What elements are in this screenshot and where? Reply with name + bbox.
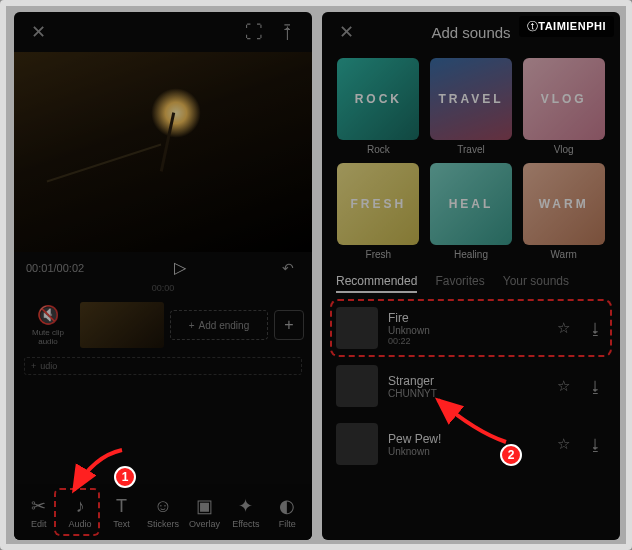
tool-filter[interactable]: ◐Filte bbox=[267, 495, 308, 529]
download-icon[interactable]: ⭳ bbox=[584, 378, 606, 395]
tool-effects[interactable]: ✦Effects bbox=[225, 495, 266, 529]
tab-your-sounds[interactable]: Your sounds bbox=[503, 274, 569, 293]
undo-icon[interactable]: ↶ bbox=[276, 260, 300, 276]
song-list: Fire Unknown 00:22 ☆ ⭳ Stranger CHUNNYT … bbox=[322, 299, 620, 473]
category-warm[interactable]: WARMWarm bbox=[521, 163, 606, 260]
export-icon[interactable]: ⭱ bbox=[276, 22, 300, 43]
song-artist: Unknown bbox=[388, 325, 542, 336]
song-name: Fire bbox=[388, 311, 542, 325]
favorite-icon[interactable]: ☆ bbox=[552, 319, 574, 337]
filter-icon: ◐ bbox=[267, 495, 308, 517]
favorite-icon[interactable]: ☆ bbox=[552, 435, 574, 453]
add-sounds-screen: ✕ Add sounds ROCKRock TRAVELTravel VLOGV… bbox=[322, 12, 620, 540]
video-clip[interactable] bbox=[80, 302, 164, 348]
song-name: Pew Pew! bbox=[388, 432, 542, 446]
text-icon: T bbox=[101, 496, 142, 517]
plus-icon: + bbox=[189, 320, 195, 331]
song-artwork bbox=[336, 423, 378, 465]
close-icon[interactable]: ✕ bbox=[334, 21, 358, 43]
music-note-icon: ♪ bbox=[59, 496, 100, 517]
category-rock[interactable]: ROCKRock bbox=[336, 58, 421, 155]
mute-icon: 🔇 bbox=[22, 304, 74, 326]
category-healing[interactable]: HEALHealing bbox=[429, 163, 514, 260]
song-row[interactable]: Pew Pew! Unknown ☆ ⭳ bbox=[332, 415, 610, 473]
tool-stickers[interactable]: ☺Stickers bbox=[142, 496, 183, 529]
timeline-ruler: 00:00 bbox=[14, 283, 312, 297]
song-artwork bbox=[336, 365, 378, 407]
mute-clip-button[interactable]: 🔇Mute clip audio bbox=[22, 304, 74, 346]
tab-favorites[interactable]: Favorites bbox=[435, 274, 484, 293]
video-preview[interactable] bbox=[14, 52, 312, 252]
add-ending-button[interactable]: +Add ending bbox=[170, 310, 268, 340]
play-button[interactable]: ▷ bbox=[174, 258, 186, 277]
callout-badge-1: 1 bbox=[114, 466, 136, 488]
watermark-logo: ⓣTAIMIENPHI bbox=[519, 16, 614, 37]
song-artwork bbox=[336, 307, 378, 349]
time-readout: 00:01/00:02 bbox=[26, 262, 84, 274]
category-vlog[interactable]: VLOGVlog bbox=[521, 58, 606, 155]
song-name: Stranger bbox=[388, 374, 542, 388]
fullscreen-icon[interactable]: ⛶ bbox=[242, 22, 266, 43]
favorite-icon[interactable]: ☆ bbox=[552, 377, 574, 395]
scissors-icon: ✂ bbox=[18, 495, 59, 517]
overlay-icon: ▣ bbox=[184, 495, 225, 517]
download-icon[interactable]: ⭳ bbox=[584, 436, 606, 453]
tool-audio[interactable]: ♪Audio bbox=[59, 496, 100, 529]
sticker-icon: ☺ bbox=[142, 496, 183, 517]
tool-text[interactable]: TText bbox=[101, 496, 142, 529]
song-row[interactable]: Stranger CHUNNYT ☆ ⭳ bbox=[332, 357, 610, 415]
song-artist: CHUNNYT bbox=[388, 388, 542, 399]
editor-screen: ✕ ⛶ ⭱ 00:01/00:02 ▷ ↶ 00:00 🔇Mute clip a… bbox=[14, 12, 312, 540]
category-travel[interactable]: TRAVELTravel bbox=[429, 58, 514, 155]
download-icon[interactable]: ⭳ bbox=[584, 320, 606, 337]
sound-tabs: Recommended Favorites Your sounds bbox=[322, 264, 620, 299]
category-grid: ROCKRock TRAVELTravel VLOGVlog FRESHFres… bbox=[322, 52, 620, 264]
callout-badge-2: 2 bbox=[500, 444, 522, 466]
add-audio-track[interactable]: +udio bbox=[24, 357, 302, 375]
tool-overlay[interactable]: ▣Overlay bbox=[184, 495, 225, 529]
close-icon[interactable]: ✕ bbox=[26, 21, 50, 43]
bottom-toolbar: ✂Edit ♪Audio TText ☺Stickers ▣Overlay ✦E… bbox=[14, 484, 312, 540]
song-row[interactable]: Fire Unknown 00:22 ☆ ⭳ bbox=[330, 299, 612, 357]
effects-icon: ✦ bbox=[225, 495, 266, 517]
song-duration: 00:22 bbox=[388, 336, 542, 346]
tab-recommended[interactable]: Recommended bbox=[336, 274, 417, 293]
add-clip-button[interactable]: + bbox=[274, 310, 304, 340]
tool-edit[interactable]: ✂Edit bbox=[18, 495, 59, 529]
category-fresh[interactable]: FRESHFresh bbox=[336, 163, 421, 260]
